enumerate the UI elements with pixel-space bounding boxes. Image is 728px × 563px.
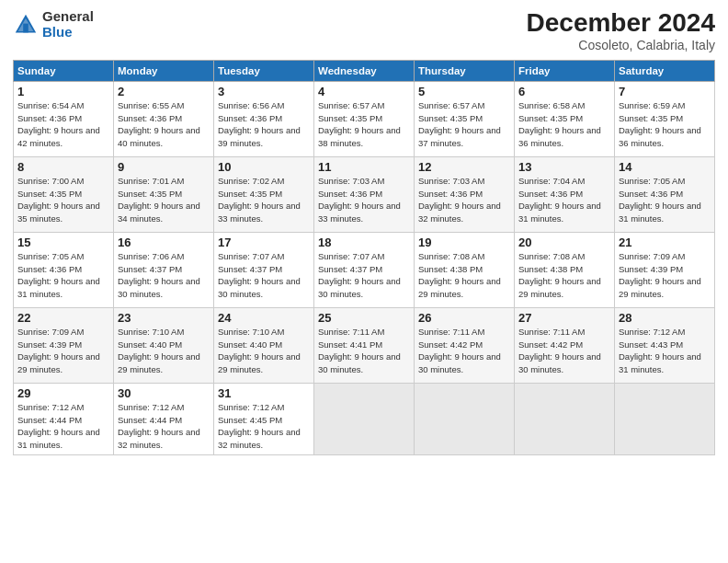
- table-row: 12Sunrise: 7:03 AMSunset: 4:36 PMDayligh…: [415, 156, 515, 232]
- header-row: Sunday Monday Tuesday Wednesday Thursday…: [14, 60, 715, 81]
- table-row: 23Sunrise: 7:10 AMSunset: 4:40 PMDayligh…: [114, 307, 214, 383]
- col-friday: Friday: [515, 60, 615, 81]
- logo-general: General: [42, 9, 94, 25]
- table-row: 10Sunrise: 7:02 AMSunset: 4:35 PMDayligh…: [214, 156, 314, 232]
- table-row: 27Sunrise: 7:11 AMSunset: 4:42 PMDayligh…: [515, 307, 615, 383]
- table-row: 29Sunrise: 7:12 AMSunset: 4:44 PMDayligh…: [14, 383, 114, 454]
- logo-text: General Blue: [42, 9, 94, 40]
- table-row: [314, 383, 415, 454]
- table-row: 15Sunrise: 7:05 AMSunset: 4:36 PMDayligh…: [14, 232, 114, 307]
- title-block: December 2024 Cosoleto, Calabria, Italy: [527, 9, 715, 52]
- logo-icon: [13, 12, 39, 38]
- svg-rect-2: [23, 23, 28, 32]
- table-row: 2Sunrise: 6:55 AMSunset: 4:36 PMDaylight…: [114, 81, 214, 156]
- table-row: 14Sunrise: 7:05 AMSunset: 4:36 PMDayligh…: [615, 156, 715, 232]
- table-row: 4Sunrise: 6:57 AMSunset: 4:35 PMDaylight…: [314, 81, 415, 156]
- table-row: 13Sunrise: 7:04 AMSunset: 4:36 PMDayligh…: [515, 156, 615, 232]
- table-row: 30Sunrise: 7:12 AMSunset: 4:44 PMDayligh…: [114, 383, 214, 454]
- table-row: 25Sunrise: 7:11 AMSunset: 4:41 PMDayligh…: [314, 307, 415, 383]
- table-row: [515, 383, 615, 454]
- table-row: 5Sunrise: 6:57 AMSunset: 4:35 PMDaylight…: [415, 81, 515, 156]
- table-row: [415, 383, 515, 454]
- table-row: 31Sunrise: 7:12 AMSunset: 4:45 PMDayligh…: [214, 383, 314, 454]
- logo-blue: Blue: [42, 25, 94, 40]
- col-saturday: Saturday: [615, 60, 715, 81]
- table-row: 9Sunrise: 7:01 AMSunset: 4:35 PMDaylight…: [114, 156, 214, 232]
- logo: General Blue: [13, 9, 94, 40]
- table-row: 21Sunrise: 7:09 AMSunset: 4:39 PMDayligh…: [615, 232, 715, 307]
- table-row: 7Sunrise: 6:59 AMSunset: 4:35 PMDaylight…: [615, 81, 715, 156]
- col-monday: Monday: [114, 60, 214, 81]
- page-container: General Blue December 2024 Cosoleto, Cal…: [0, 0, 728, 463]
- col-tuesday: Tuesday: [214, 60, 314, 81]
- location-subtitle: Cosoleto, Calabria, Italy: [527, 38, 715, 52]
- calendar-table: Sunday Monday Tuesday Wednesday Thursday…: [13, 60, 715, 455]
- table-row: 8Sunrise: 7:00 AMSunset: 4:35 PMDaylight…: [14, 156, 114, 232]
- table-row: 24Sunrise: 7:10 AMSunset: 4:40 PMDayligh…: [214, 307, 314, 383]
- table-row: [615, 383, 715, 454]
- col-thursday: Thursday: [415, 60, 515, 81]
- table-row: 18Sunrise: 7:07 AMSunset: 4:37 PMDayligh…: [314, 232, 415, 307]
- table-row: 16Sunrise: 7:06 AMSunset: 4:37 PMDayligh…: [114, 232, 214, 307]
- table-row: 17Sunrise: 7:07 AMSunset: 4:37 PMDayligh…: [214, 232, 314, 307]
- page-header: General Blue December 2024 Cosoleto, Cal…: [13, 9, 715, 52]
- col-wednesday: Wednesday: [314, 60, 415, 81]
- col-sunday: Sunday: [14, 60, 114, 81]
- table-row: 1Sunrise: 6:54 AMSunset: 4:36 PMDaylight…: [14, 81, 114, 156]
- table-row: 6Sunrise: 6:58 AMSunset: 4:35 PMDaylight…: [515, 81, 615, 156]
- table-row: 20Sunrise: 7:08 AMSunset: 4:38 PMDayligh…: [515, 232, 615, 307]
- table-row: 3Sunrise: 6:56 AMSunset: 4:36 PMDaylight…: [214, 81, 314, 156]
- table-row: 22Sunrise: 7:09 AMSunset: 4:39 PMDayligh…: [14, 307, 114, 383]
- month-title: December 2024: [527, 9, 715, 38]
- table-row: 28Sunrise: 7:12 AMSunset: 4:43 PMDayligh…: [615, 307, 715, 383]
- table-row: 11Sunrise: 7:03 AMSunset: 4:36 PMDayligh…: [314, 156, 415, 232]
- table-row: 19Sunrise: 7:08 AMSunset: 4:38 PMDayligh…: [415, 232, 515, 307]
- table-row: 26Sunrise: 7:11 AMSunset: 4:42 PMDayligh…: [415, 307, 515, 383]
